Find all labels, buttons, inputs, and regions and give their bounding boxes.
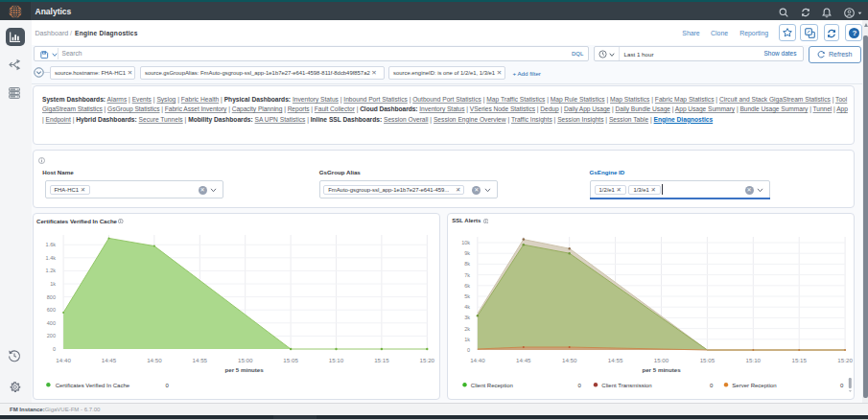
svg-text:1.6k: 1.6k [46,242,57,247]
svg-text:5k: 5k [464,293,470,299]
svg-text:6k: 6k [464,283,470,289]
svg-text:1.4k: 1.4k [46,255,57,261]
svg-text:15:20: 15:20 [420,357,435,363]
svg-text:Server Reception: Server Reception [732,383,776,388]
svg-text:14:55: 14:55 [193,357,208,363]
svg-text:15:05: 15:05 [700,357,716,363]
svg-text:2k: 2k [464,326,470,332]
svg-text:0: 0 [578,383,582,388]
svg-text:15:20: 15:20 [837,357,853,363]
svg-text:0: 0 [710,383,714,388]
svg-text:14:40: 14:40 [56,357,71,363]
svg-text:15:05: 15:05 [283,357,298,363]
svg-text:15:00: 15:00 [238,357,253,363]
svg-text:10k: 10k [461,240,470,245]
svg-text:1k: 1k [50,281,56,287]
svg-text:14:45: 14:45 [516,357,531,363]
svg-text:9k: 9k [464,250,470,256]
svg-text:Client Transmission: Client Transmission [601,383,651,388]
svg-text:14:45: 14:45 [102,357,117,363]
svg-text:0: 0 [840,383,844,388]
svg-text:400: 400 [47,320,56,326]
svg-text:600: 600 [47,307,56,313]
svg-text:14:55: 14:55 [608,357,623,363]
svg-text:800: 800 [47,294,56,300]
svg-text:Certificates Verified In Cache: Certificates Verified In Cache [56,383,130,388]
svg-text:0: 0 [166,383,170,388]
svg-text:200: 200 [47,333,56,338]
svg-text:1k: 1k [464,337,470,342]
svg-text:15:15: 15:15 [374,357,389,363]
svg-text:15:10: 15:10 [329,357,344,363]
svg-text:15:15: 15:15 [791,357,807,363]
svg-text:per 5 minutes: per 5 minutes [224,366,264,373]
svg-text:4k: 4k [464,304,470,310]
svg-text:8k: 8k [464,261,470,267]
svg-text:1.2k: 1.2k [46,268,57,273]
svg-text:0: 0 [467,347,470,353]
svg-text:14:50: 14:50 [562,357,577,363]
svg-text:14:50: 14:50 [147,357,162,363]
svg-text:0: 0 [53,346,56,352]
svg-text:15:00: 15:00 [654,357,669,363]
svg-text:Client Reception: Client Reception [471,383,513,388]
svg-text:3k: 3k [464,315,470,320]
svg-text:14:40: 14:40 [470,357,485,363]
svg-text:15:10: 15:10 [746,357,762,363]
svg-text:per 5 minutes: per 5 minutes [642,366,681,373]
svg-text:7k: 7k [464,272,470,278]
